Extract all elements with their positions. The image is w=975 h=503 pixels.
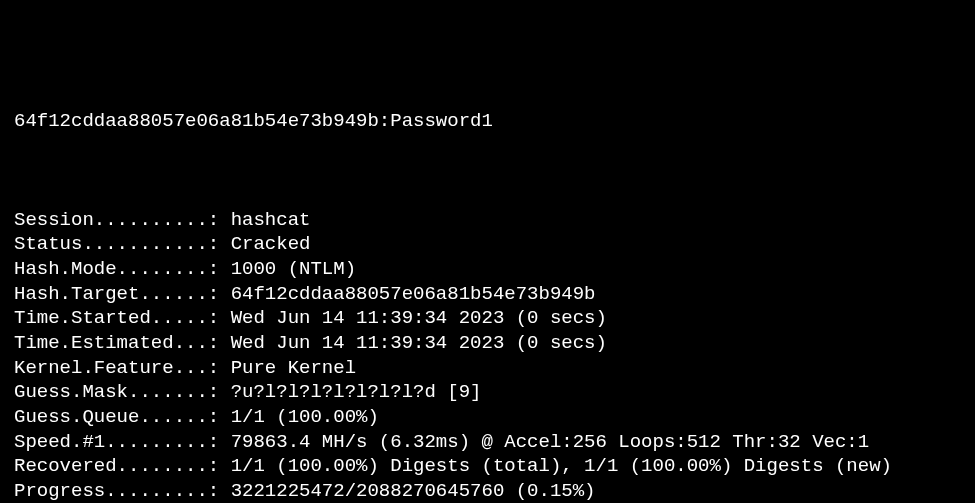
- status-value: 1/1 (100.00%) Digests (total), 1/1 (100.…: [219, 455, 892, 477]
- status-block: Session..........: hashcatStatus........…: [14, 208, 961, 504]
- status-value: Cracked: [219, 233, 310, 255]
- status-value: ?u?l?l?l?l?l?l?l?d [9]: [219, 381, 481, 403]
- status-value: 1000 (NTLM): [219, 258, 356, 280]
- status-label: Hash.Target......:: [14, 283, 219, 305]
- cracked-hash: 64f12cddaa88057e06a81b54e73b949b: [14, 110, 379, 132]
- status-value: hashcat: [219, 209, 310, 231]
- status-label: Session..........:: [14, 209, 219, 231]
- status-value: 1/1 (100.00%): [219, 406, 379, 428]
- cracked-separator: :: [379, 110, 390, 132]
- blank-line: [14, 158, 961, 183]
- status-label: Time.Estimated...:: [14, 332, 219, 354]
- status-value: 3221225472/2088270645760 (0.15%): [219, 480, 595, 502]
- status-line: Time.Started.....: Wed Jun 14 11:39:34 2…: [14, 306, 961, 331]
- status-label: Recovered........:: [14, 455, 219, 477]
- status-value: 64f12cddaa88057e06a81b54e73b949b: [219, 283, 595, 305]
- status-value: Wed Jun 14 11:39:34 2023 (0 secs): [219, 307, 607, 329]
- status-label: Speed.#1.........:: [14, 431, 219, 453]
- status-label: Status...........:: [14, 233, 219, 255]
- status-line: Progress.........: 3221225472/2088270645…: [14, 479, 961, 503]
- status-label: Progress.........:: [14, 480, 219, 502]
- status-line: Recovered........: 1/1 (100.00%) Digests…: [14, 454, 961, 479]
- status-line: Hash.Mode........: 1000 (NTLM): [14, 257, 961, 282]
- status-line: Speed.#1.........: 79863.4 MH/s (6.32ms)…: [14, 430, 961, 455]
- status-line: Guess.Queue......: 1/1 (100.00%): [14, 405, 961, 430]
- status-label: Guess.Mask.......:: [14, 381, 219, 403]
- status-value: 79863.4 MH/s (6.32ms) @ Accel:256 Loops:…: [219, 431, 869, 453]
- status-line: Session..........: hashcat: [14, 208, 961, 233]
- status-line: Time.Estimated...: Wed Jun 14 11:39:34 2…: [14, 331, 961, 356]
- status-line: Kernel.Feature...: Pure Kernel: [14, 356, 961, 381]
- status-label: Kernel.Feature...:: [14, 357, 219, 379]
- status-value: Pure Kernel: [219, 357, 356, 379]
- status-line: Hash.Target......: 64f12cddaa88057e06a81…: [14, 282, 961, 307]
- status-value: Wed Jun 14 11:39:34 2023 (0 secs): [219, 332, 607, 354]
- status-label: Hash.Mode........:: [14, 258, 219, 280]
- status-line: Guess.Mask.......: ?u?l?l?l?l?l?l?l?d [9…: [14, 380, 961, 405]
- cracked-output-line: 64f12cddaa88057e06a81b54e73b949b:Passwor…: [14, 109, 961, 134]
- cracked-plaintext: Password1: [390, 110, 493, 132]
- status-label: Guess.Queue......:: [14, 406, 219, 428]
- status-label: Time.Started.....:: [14, 307, 219, 329]
- status-line: Status...........: Cracked: [14, 232, 961, 257]
